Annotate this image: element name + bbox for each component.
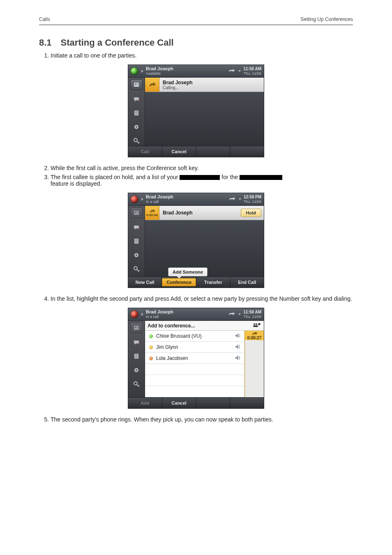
status-user-name: Brad Joseph bbox=[146, 67, 173, 71]
step-2: While the first call is active, press th… bbox=[51, 165, 353, 171]
contact-row-empty bbox=[145, 375, 244, 386]
svg-rect-8 bbox=[135, 114, 138, 114]
step-3: The first callee is placed on hold, and … bbox=[51, 174, 353, 187]
svg-rect-3 bbox=[137, 85, 138, 85]
svg-point-11 bbox=[134, 138, 137, 142]
gear-icon[interactable] bbox=[131, 250, 142, 260]
svg-text:1: 1 bbox=[138, 342, 140, 345]
clock-date: Thu, 11/06 bbox=[243, 315, 261, 319]
side-rail: 1 ? bbox=[128, 78, 145, 146]
svg-rect-2 bbox=[137, 83, 138, 84]
header-right: Setting Up Conferences bbox=[301, 16, 353, 22]
svg-point-1 bbox=[135, 83, 136, 85]
clock-date: Thu, 11/06 bbox=[243, 72, 261, 76]
search-icon[interactable]: ? bbox=[131, 264, 142, 274]
section-title: Starting a Conference Call bbox=[61, 37, 174, 48]
softkey-slot-3 bbox=[196, 146, 231, 157]
contact-list: Chloe Brussard (VU)Jim GlynnLola Jacobse… bbox=[145, 331, 244, 397]
svg-rect-30 bbox=[137, 327, 138, 327]
chevron-down-icon[interactable] bbox=[238, 70, 241, 72]
clock-date: Thu, 11/06 bbox=[244, 200, 261, 204]
phone-panel-in-call: Brad Joseph In a call 12:58 PM Thu, 11/0… bbox=[128, 193, 264, 288]
side-rail: 1 ? bbox=[128, 206, 145, 276]
softkey-slot-4 bbox=[230, 146, 264, 157]
contact-row[interactable]: Jim Glynn bbox=[145, 342, 244, 353]
search-icon[interactable]: ? bbox=[131, 379, 142, 389]
call-forward-icon[interactable] bbox=[228, 196, 237, 203]
picker-title: Add to conference... bbox=[148, 323, 195, 329]
svg-rect-31 bbox=[137, 328, 138, 328]
active-call-row[interactable]: Brad Joseph Calling... bbox=[145, 78, 264, 92]
gear-icon[interactable] bbox=[131, 365, 142, 375]
step-5: The second party's phone rings. When the… bbox=[51, 416, 353, 423]
call-forward-icon[interactable] bbox=[228, 67, 237, 75]
softkey-call: Call bbox=[128, 146, 162, 157]
contact-name: Jim Glynn bbox=[156, 344, 178, 350]
calllog-icon[interactable] bbox=[131, 351, 142, 361]
svg-point-43 bbox=[256, 323, 257, 325]
contact-row[interactable]: Lola Jacobsen bbox=[145, 353, 244, 364]
softkey-transfer[interactable]: Transfer bbox=[196, 277, 230, 288]
voicemail-icon[interactable]: 1 bbox=[131, 337, 142, 347]
softkey-bar: New Call Conference Transfer End Call bbox=[128, 276, 264, 288]
softkey-slot-4 bbox=[230, 398, 264, 408]
voicemail-icon[interactable]: 1 bbox=[131, 94, 142, 104]
svg-rect-7 bbox=[135, 113, 138, 113]
status-bar: Brad Joseph In a call 11:50 AM Thu, 11/0… bbox=[128, 308, 264, 321]
contacts-icon[interactable] bbox=[130, 207, 143, 218]
svg-rect-17 bbox=[137, 213, 138, 213]
call-direction-chip bbox=[145, 78, 159, 92]
presence-dot-icon bbox=[149, 345, 153, 349]
svg-point-42 bbox=[254, 323, 255, 325]
chevron-right-icon bbox=[141, 313, 143, 316]
phone-panel-calling: Brad Joseph Available 11:50 AM Thu, 11/0… bbox=[128, 64, 264, 157]
softkey-bar: Call Cancel bbox=[128, 146, 264, 157]
softkey-cancel[interactable]: Cancel bbox=[162, 398, 196, 408]
svg-rect-44 bbox=[253, 325, 258, 327]
calllog-icon[interactable] bbox=[131, 108, 142, 118]
svg-point-25 bbox=[134, 267, 137, 270]
svg-text:1: 1 bbox=[138, 227, 140, 230]
contact-row-empty bbox=[145, 386, 244, 397]
chevron-down-icon[interactable] bbox=[239, 198, 241, 200]
page-header: Calls Setting Up Conferences bbox=[39, 16, 353, 25]
calllog-icon[interactable] bbox=[131, 236, 142, 246]
step-4: In the list, highlight the second party … bbox=[51, 295, 353, 302]
svg-point-39 bbox=[134, 382, 137, 385]
svg-rect-6 bbox=[135, 111, 138, 112]
presence-indicator bbox=[131, 311, 138, 318]
side-rail: 1 ? bbox=[128, 321, 145, 397]
contacts-icon[interactable] bbox=[130, 79, 143, 90]
contact-row[interactable]: Chloe Brussard (VU) bbox=[145, 331, 244, 342]
svg-text:1: 1 bbox=[138, 99, 140, 102]
active-call-row[interactable]: 0:00:04 Brad Joseph Hold bbox=[145, 206, 264, 220]
gear-icon[interactable] bbox=[131, 122, 142, 132]
presence-dot-icon bbox=[149, 334, 153, 338]
svg-point-29 bbox=[135, 327, 136, 328]
call-forward-icon[interactable] bbox=[228, 311, 237, 318]
step-1: Initiate a call to one of the parties. bbox=[51, 52, 353, 59]
voicemail-icon[interactable]: 1 bbox=[131, 222, 142, 232]
softkey-newcall[interactable]: New Call bbox=[128, 277, 162, 288]
svg-point-38 bbox=[136, 369, 137, 371]
status-bar: Brad Joseph Available 11:50 AM Thu, 11/0… bbox=[128, 65, 264, 78]
header-left: Calls bbox=[39, 16, 50, 22]
svg-rect-35 bbox=[135, 356, 138, 356]
svg-rect-16 bbox=[137, 212, 138, 212]
chevron-down-icon[interactable] bbox=[238, 313, 241, 315]
svg-rect-21 bbox=[135, 241, 138, 241]
svg-rect-20 bbox=[135, 240, 138, 240]
presence-dot-icon bbox=[149, 357, 153, 360]
softkey-endcall[interactable]: End Call bbox=[231, 277, 264, 288]
tooltip-add-someone: Add Someone bbox=[168, 267, 208, 276]
callee-status: Calling... bbox=[163, 85, 261, 90]
hold-button[interactable]: Hold bbox=[241, 209, 261, 217]
contacts-icon[interactable] bbox=[130, 322, 143, 333]
clock-time: 12:58 PM bbox=[244, 195, 261, 199]
softkey-slot-3 bbox=[196, 398, 231, 408]
status-bar: Brad Joseph In a call 12:58 PM Thu, 11/0… bbox=[128, 193, 264, 206]
softkey-cancel[interactable]: Cancel bbox=[162, 146, 196, 157]
conference-icon bbox=[252, 322, 261, 329]
section-number: 8.1 bbox=[39, 37, 52, 48]
search-icon[interactable]: ? bbox=[131, 136, 142, 146]
